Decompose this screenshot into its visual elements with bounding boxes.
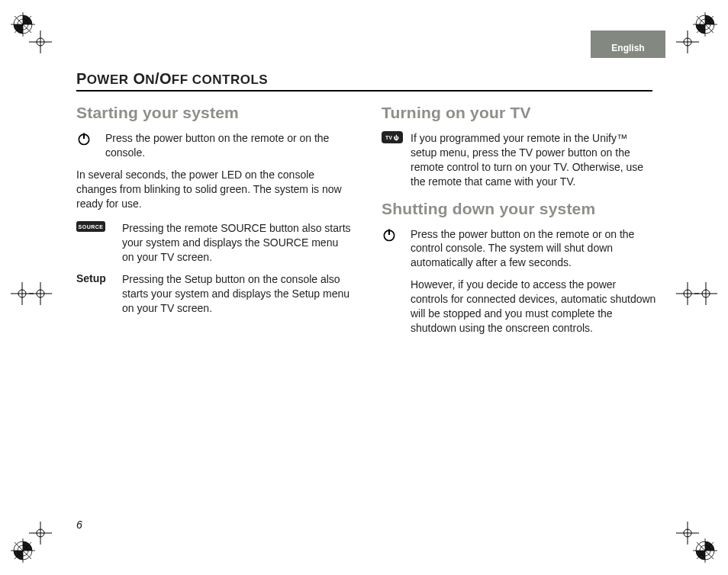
body-text: If you programmed your remote in the Uni… <box>411 131 656 189</box>
page-title: POWER ON/OFF CONTROLS <box>76 70 268 88</box>
body-text: Pressing the remote SOURCE button also s… <box>122 221 351 265</box>
crop-mark-icon <box>29 31 52 53</box>
section-heading-shutdown: Shutting down your system <box>382 200 656 218</box>
section-heading-starting: Starting your system <box>76 104 351 122</box>
crop-mark-icon <box>29 282 52 305</box>
body-text: Press the power button on the remote or … <box>411 227 656 271</box>
crop-mark-icon <box>676 31 699 53</box>
section-heading-tv: Turning on your TV <box>382 104 656 122</box>
body-text: Pressing the Setup button on the console… <box>122 272 351 316</box>
right-column: Turning on your TV TV ⏻ If you programme… <box>382 99 656 343</box>
manual-page: English POWER ON/OFF CONTROLS Starting y… <box>0 0 728 575</box>
body-text: In several seconds, the power LED on the… <box>76 168 351 211</box>
setup-label: Setup <box>76 272 122 284</box>
source-button-icon: SOURCE <box>76 221 122 232</box>
body-text: Press the power button on the remote or … <box>105 131 351 160</box>
body-text: However, if you decide to access the pow… <box>411 278 656 336</box>
power-icon <box>76 131 105 146</box>
heading-rule <box>76 90 652 92</box>
power-icon <box>382 227 411 243</box>
tv-power-button-icon: TV ⏻ <box>382 131 411 143</box>
language-tab: English <box>591 31 665 58</box>
crop-mark-icon <box>29 522 52 544</box>
crop-mark-icon <box>676 522 699 544</box>
page-number: 6 <box>76 519 82 531</box>
left-column: Starting your system Press the power but… <box>76 99 351 343</box>
crop-mark-icon <box>676 282 699 305</box>
